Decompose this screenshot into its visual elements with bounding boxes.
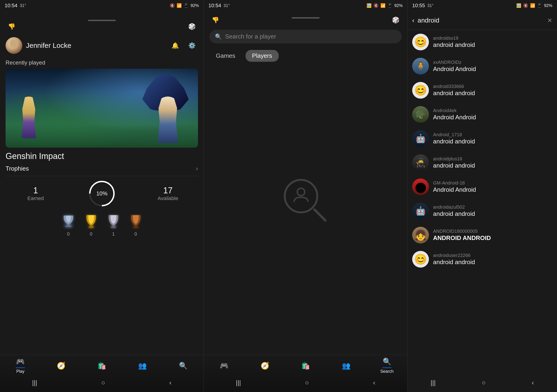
sys-home-left[interactable]: ○ (96, 377, 111, 388)
player-info: Android_1718 android android (433, 132, 475, 145)
search-label-mid: Search (380, 369, 394, 374)
silver-count: 1 (112, 231, 115, 237)
thumbs-down-icon-mid[interactable]: 👎 (209, 14, 221, 26)
player-list: 😊 androidss19 android android 🧍 xxANDROI… (408, 30, 557, 375)
sys-home-mid[interactable]: ○ (299, 377, 314, 388)
player-display-name: android android (433, 138, 475, 145)
nav-tab-play-mid[interactable]: 🎮 (204, 362, 244, 370)
player-item[interactable]: 😊 androiduser22266 android android (408, 247, 557, 271)
earned-label: Earned (27, 196, 44, 201)
player-item[interactable]: ⬤ GM-Android-18 Android Android (408, 175, 557, 199)
photo-icon-mid: 🖼️ (367, 3, 372, 8)
player-item[interactable]: 🪖 Android4ek Android Android (408, 102, 557, 126)
progress-percent: 10% (96, 190, 107, 197)
player-item[interactable]: 😊 androidss19 android android (408, 30, 557, 54)
status-time-right: 10:55 31° (412, 3, 434, 8)
earned-count: 1 (33, 186, 38, 196)
status-icons-mid: 🖼️ 🔇 📶 📱 92% (367, 3, 403, 8)
player-item[interactable]: 🥷 androidplus16 android android (408, 151, 557, 175)
player-display-name: android android (433, 90, 475, 97)
battery-left: 92% (190, 3, 199, 8)
nav-tab-search-mid[interactable]: 🔍 Search (367, 357, 407, 374)
available-stat: 17 Available (138, 186, 198, 201)
player-item[interactable]: 🤖 androidazul502 android android (408, 199, 557, 223)
settings-icon[interactable]: ⚙️ (186, 40, 198, 51)
sys-recent-right[interactable]: ‹ (526, 377, 539, 388)
trophy-gold: 0 (85, 214, 98, 237)
bronze-count: 0 (134, 231, 137, 237)
dice-icon[interactable]: 🎲 (186, 20, 198, 33)
search-bar[interactable]: 🔍 Search for a player (209, 30, 402, 43)
clear-search-button[interactable]: ✕ (547, 17, 552, 24)
progress-circle: 10% (84, 175, 120, 212)
player-item[interactable]: 👧 ANDROID180000005 ANDROID ANDROID (408, 223, 557, 247)
sys-home-right[interactable]: ○ (476, 377, 491, 388)
player-avatar: ⬤ (412, 179, 429, 195)
store-icon-mid: 🛍️ (301, 362, 310, 370)
status-bar-left: 10:54 31° 🔇 📶 📱 92% (0, 0, 204, 11)
system-nav-left: ||| ○ ‹ (0, 375, 204, 392)
store-icon: 🛍️ (98, 362, 106, 370)
svg-point-2 (65, 225, 72, 227)
nav-tab-store-mid[interactable]: 🛍️ (285, 362, 326, 370)
back-button[interactable]: ‹ (412, 17, 414, 24)
signal-icon-right: 📱 (537, 3, 542, 8)
sys-back-left[interactable]: ||| (26, 377, 43, 388)
signal-icon: 📱 (184, 3, 189, 8)
status-icons-left: 🔇 📶 📱 92% (170, 3, 199, 8)
player-username: androidplus16 (433, 156, 475, 162)
play-label: Play (16, 369, 24, 374)
player-info: GM-Android-18 Android Android (433, 180, 476, 193)
robot2-avatar-icon: 🤖 (412, 203, 429, 219)
sys-recent-left[interactable]: ‹ (164, 377, 177, 388)
sys-back-right[interactable]: ||| (425, 377, 441, 388)
nav-tab-explore-mid[interactable]: 🧭 (244, 362, 285, 370)
nav-tabs-left: 🎮 Play 🧭 🛍️ 👥 🔍 (0, 355, 204, 375)
signal-icon-mid: 📱 (387, 3, 393, 8)
assassin-avatar-icon: 🥷 (412, 154, 429, 171)
player-display-name: Android Android (433, 65, 476, 73)
trophies-header[interactable]: Trophies › (6, 161, 198, 176)
player-avatar: 😊 (412, 251, 429, 268)
sys-recent-mid[interactable]: ‹ (367, 377, 381, 388)
sys-back-mid[interactable]: ||| (230, 377, 246, 388)
game-title: Genshin Impact (0, 148, 204, 161)
avatar[interactable] (6, 37, 22, 54)
bottom-nav-left: 🎮 Play 🧭 🛍️ 👥 🔍 ||| ○ ‹ (0, 355, 204, 392)
player-info: xxANDROIDz Android Android (433, 60, 476, 73)
battery-right: 92% (544, 3, 552, 8)
svg-point-11 (133, 227, 139, 228)
nav-tab-explore[interactable]: 🧭 (41, 362, 81, 370)
bell-icon[interactable]: 🔔 (169, 40, 181, 51)
player-username: ANDROID180000005 (433, 229, 491, 234)
player-item[interactable]: 🤖 Android_1718 android android (408, 126, 557, 151)
nav-tab-search[interactable]: 🔍 (163, 362, 204, 370)
player-item[interactable]: 🧍 xxANDROIDz Android Android (408, 54, 557, 78)
thumbs-down-icon[interactable]: 👎 (6, 20, 18, 33)
player-avatar: 😊 (412, 82, 429, 99)
player-username: Android4ek (433, 108, 476, 113)
nav-tab-store[interactable]: 🛍️ (82, 362, 122, 370)
dice-icon-mid[interactable]: 🎲 (390, 14, 402, 26)
nav-tab-friends-mid[interactable]: 👥 (326, 362, 367, 370)
search-placeholder: Search for a player (225, 33, 276, 40)
game-image[interactable] (6, 69, 198, 148)
tabs-row: Games Players (204, 47, 407, 65)
trophy-bronze: 0 (129, 214, 142, 237)
tab-players[interactable]: Players (246, 50, 279, 62)
nav-tab-friends[interactable]: 👥 (122, 362, 163, 370)
player-username: GM-Android-18 (433, 180, 476, 186)
recently-played-label: Recently played (0, 57, 204, 69)
friends-icon: 👥 (138, 362, 147, 370)
status-time-left: 10:54 31° (5, 3, 26, 8)
nav-tabs-mid: 🎮 🧭 🛍️ 👥 🔍 Search (204, 355, 407, 375)
search-query-input[interactable] (418, 17, 544, 24)
empty-state (204, 65, 407, 355)
player-item[interactable]: 😊 android333666 android android (408, 78, 557, 102)
drag-handle-mid (292, 17, 319, 19)
player-avatar: 🪖 (412, 106, 429, 123)
nav-tab-play[interactable]: 🎮 Play (0, 357, 41, 374)
mute-icon-right: 🔇 (523, 3, 528, 8)
mute-icon: 🔇 (170, 3, 175, 8)
tab-games[interactable]: Games (209, 50, 242, 62)
